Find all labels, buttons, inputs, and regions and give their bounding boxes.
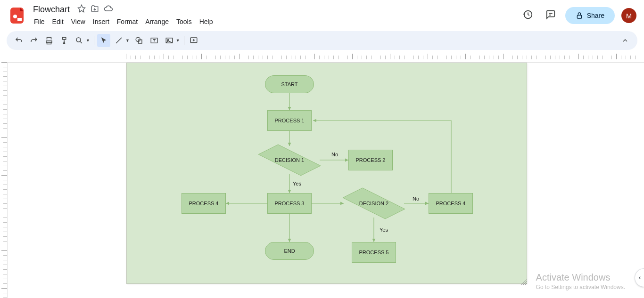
- node-process-4-left[interactable]: PROCESS 4: [182, 193, 226, 214]
- image-tool[interactable]: [163, 34, 176, 47]
- title-block: Flowchart File Edit View Insert Format A…: [30, 4, 520, 28]
- node-label: START: [281, 81, 297, 87]
- select-tool[interactable]: [97, 34, 110, 47]
- toolbar: ▼ ▼ ▼: [7, 31, 637, 50]
- edge-label-d1-yes[interactable]: Yes: [293, 181, 301, 186]
- paint-format-button[interactable]: [58, 34, 71, 47]
- menu-tools[interactable]: Tools: [173, 16, 196, 27]
- print-button[interactable]: [42, 34, 56, 47]
- node-process-1[interactable]: PROCESS 1: [267, 110, 312, 131]
- node-process-2[interactable]: PROCESS 2: [348, 150, 393, 170]
- svg-point-4: [76, 38, 81, 42]
- menu-format[interactable]: Format: [113, 16, 141, 27]
- edge-label-d2-yes[interactable]: Yes: [380, 227, 388, 233]
- zoom-button[interactable]: [73, 34, 86, 47]
- share-button[interactable]: Share: [565, 7, 615, 24]
- node-label: PROCESS 4: [436, 201, 466, 206]
- svg-rect-3: [577, 15, 581, 18]
- chevron-down-icon[interactable]: ▼: [86, 38, 90, 43]
- menu-help[interactable]: Help: [196, 16, 217, 27]
- watermark-subtitle: Go to Settings to activate Windows.: [536, 284, 625, 290]
- node-label: DECISION 1: [275, 157, 304, 163]
- menu-bar: File Edit View Insert Format Arrange Too…: [30, 15, 520, 28]
- app-header: Flowchart File Edit View Insert Format A…: [0, 0, 644, 30]
- menu-edit[interactable]: Edit: [49, 16, 67, 27]
- redo-button[interactable]: [27, 34, 41, 47]
- watermark-title: Activate Windows: [536, 272, 625, 283]
- node-label: PROCESS 2: [356, 157, 386, 163]
- document-title[interactable]: Flowchart: [30, 4, 73, 16]
- menu-file[interactable]: File: [30, 16, 49, 27]
- node-label: END: [284, 248, 295, 254]
- header-right: Share M: [520, 7, 636, 24]
- toolbar-separator: [184, 36, 184, 45]
- menu-arrange[interactable]: Arrange: [141, 16, 173, 27]
- work-area: START PROCESS 1 DECISION 1 PROCESS 2 PRO…: [0, 52, 644, 298]
- svg-point-1: [13, 15, 17, 18]
- node-process-4-right[interactable]: PROCESS 4: [429, 193, 473, 214]
- lock-icon: [576, 12, 583, 19]
- node-label: PROCESS 4: [189, 201, 219, 206]
- horizontal-ruler[interactable]: [7, 52, 644, 59]
- undo-button[interactable]: [12, 34, 25, 47]
- node-label: DECISION 2: [359, 201, 388, 206]
- line-tool[interactable]: [112, 34, 125, 47]
- star-icon[interactable]: [77, 4, 86, 15]
- comments-icon[interactable]: [543, 7, 559, 24]
- windows-watermark: Activate Windows Go to Settings to activ…: [536, 272, 625, 290]
- textbox-tool[interactable]: [148, 34, 161, 47]
- edge-label-d1-no[interactable]: No: [331, 152, 338, 157]
- node-process-3[interactable]: PROCESS 3: [267, 193, 312, 214]
- toolbar-separator: [94, 36, 94, 45]
- insert-comment-button[interactable]: [187, 34, 200, 47]
- page-background[interactable]: START PROCESS 1 DECISION 1 PROCESS 2 PRO…: [126, 63, 527, 284]
- chevron-down-icon[interactable]: ▼: [125, 38, 130, 43]
- share-label: Share: [587, 12, 604, 19]
- node-label: PROCESS 1: [275, 118, 305, 123]
- node-end[interactable]: END: [265, 242, 314, 260]
- avatar[interactable]: M: [621, 8, 636, 23]
- app-logo[interactable]: [8, 6, 26, 24]
- cloud-saved-icon[interactable]: [104, 4, 113, 15]
- menu-view[interactable]: View: [67, 16, 89, 27]
- node-decision-2[interactable]: DECISION 2: [344, 189, 404, 217]
- node-decision-1[interactable]: DECISION 1: [259, 146, 320, 174]
- node-start[interactable]: START: [265, 75, 314, 93]
- vertical-ruler[interactable]: [0, 59, 7, 298]
- move-icon[interactable]: [91, 4, 99, 15]
- shape-tool[interactable]: [132, 34, 146, 47]
- drawing-canvas[interactable]: START PROCESS 1 DECISION 1 PROCESS 2 PRO…: [7, 62, 644, 298]
- menu-insert[interactable]: Insert: [89, 16, 113, 27]
- svg-rect-2: [17, 18, 22, 21]
- collapse-toolbar-button[interactable]: [619, 34, 632, 47]
- chevron-down-icon[interactable]: ▼: [176, 38, 180, 43]
- node-process-5[interactable]: PROCESS 5: [352, 242, 396, 263]
- node-label: PROCESS 5: [359, 250, 389, 255]
- edge-label-d2-no[interactable]: No: [413, 196, 419, 201]
- title-row: Flowchart: [30, 4, 520, 15]
- history-icon[interactable]: [520, 7, 536, 24]
- connectors: [127, 63, 527, 283]
- node-label: PROCESS 3: [275, 201, 305, 206]
- page-resize-handle[interactable]: [521, 278, 527, 284]
